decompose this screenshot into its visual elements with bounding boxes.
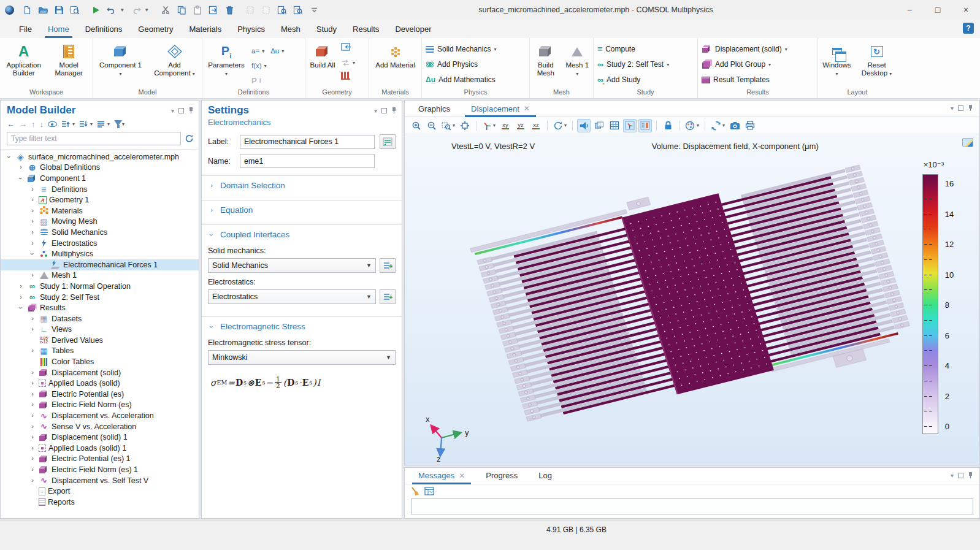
variables-button[interactable]: a=▾	[251, 44, 264, 58]
menu-mesh[interactable]: Mesh	[273, 20, 308, 38]
tree-item[interactable]: ›Applied Loads (solid) 1	[1, 443, 199, 454]
print-button[interactable]	[743, 119, 757, 132]
tree-expander-icon[interactable]: ›	[29, 185, 36, 193]
tree-item[interactable]: ›Component 1	[1, 173, 199, 184]
panel-pin-icon[interactable]	[391, 107, 397, 114]
tree-item[interactable]: Export	[1, 486, 199, 497]
component-1-button[interactable]: Component 1 ▾	[99, 42, 143, 78]
result-templates-button[interactable]: Result Templates	[702, 72, 770, 87]
tree-item[interactable]: ›Geometry 1	[1, 194, 199, 205]
panel-float-icon[interactable]	[958, 473, 963, 478]
tree-expander-icon[interactable]: ›	[17, 175, 25, 182]
tree-item[interactable]: ›Results	[1, 302, 199, 313]
section-domain-selection[interactable]: ›Domain Selection	[202, 176, 402, 195]
image-snapshot-button[interactable]	[728, 119, 741, 132]
show-grid-button[interactable]	[608, 119, 621, 132]
tree-expander-icon[interactable]: ›	[29, 390, 36, 397]
scene-light-button[interactable]	[577, 119, 591, 132]
tree-item[interactable]: ›Study 2: Self Test	[1, 292, 199, 303]
build-mesh-button[interactable]: Build Mesh	[534, 42, 558, 77]
panel-menu-icon[interactable]: ▾	[171, 107, 174, 114]
menu-developer[interactable]: Developer	[387, 20, 439, 38]
tree-expander-icon[interactable]: ›	[29, 379, 36, 386]
section-electromagnetic-stress[interactable]: ›Electromagnetic Stress	[202, 317, 402, 336]
tree-item[interactable]: ›Displacement vs. Acceleration	[1, 410, 199, 421]
zoom-out-button[interactable]	[425, 119, 438, 132]
parameters-button[interactable]: Pi Parameters▾	[206, 42, 247, 78]
functions-button[interactable]: f(x)▾	[251, 59, 284, 72]
tree-item[interactable]: ›Electric Potential (es) 1	[1, 454, 199, 465]
add-physics-button[interactable]: Add Physics	[426, 57, 478, 72]
plot-image-icon[interactable]	[962, 138, 973, 147]
tree-expander-icon[interactable]: ›	[17, 304, 25, 311]
panel-float-icon[interactable]	[381, 108, 387, 113]
rotate-view-button[interactable]: ▾	[552, 119, 568, 132]
panel-float-icon[interactable]	[958, 105, 963, 111]
application-builder-button[interactable]: A Application Builder	[4, 42, 44, 77]
tree-item[interactable]: ›Solid Mechanics	[1, 227, 199, 238]
tree-expander-icon[interactable]: ›	[29, 196, 36, 203]
lock-view-button[interactable]	[661, 119, 675, 132]
stress-tensor-dropdown[interactable]: Minkowski▼	[208, 350, 396, 365]
tree-expander-icon[interactable]: ›	[29, 369, 36, 376]
tree-item[interactable]: Color Tables	[1, 356, 199, 367]
tree-item[interactable]: ›Views	[1, 324, 199, 335]
tree-item[interactable]: ›Datasets	[1, 313, 199, 324]
tree-item[interactable]: ›Displacement (solid)	[1, 367, 199, 378]
refresh-filter-icon[interactable]	[185, 134, 194, 143]
menu-definitions[interactable]: Definitions	[77, 20, 131, 38]
zoom-box-button[interactable]: ▾	[440, 119, 456, 132]
help-button[interactable]: ?	[963, 23, 974, 34]
find-replace-button[interactable]	[291, 3, 305, 17]
windows-button[interactable]: Windows▾	[822, 42, 852, 78]
work-plane-button[interactable]	[341, 72, 350, 80]
tree-expander-icon[interactable]: ›	[29, 433, 36, 440]
tree-filter-input[interactable]	[7, 132, 181, 145]
menu-results[interactable]: Results	[345, 20, 387, 38]
plot-area[interactable]: VtestL=0 V, VtestR=2 V Volume: Displacem…	[405, 134, 979, 465]
menu-file[interactable]: File	[11, 20, 40, 38]
tree-item[interactable]: ›Definitions	[1, 184, 199, 195]
displacement-solid-select[interactable]: Displacement (solid) ▾	[702, 42, 787, 56]
tree-expander-icon[interactable]: ›	[29, 444, 36, 451]
tree-item[interactable]: Electromechanical Forces 1	[1, 259, 199, 270]
model-manager-button[interactable]: Model Manager	[49, 42, 90, 77]
tree-item[interactable]: ›surface_micromachined_accelerometer.mph	[1, 151, 199, 162]
show-axis-orientation-button[interactable]	[623, 119, 637, 132]
tree-expander-icon[interactable]: ›	[29, 207, 36, 214]
label-field-input[interactable]	[240, 135, 375, 149]
tab-progress[interactable]: Progress	[480, 468, 524, 484]
messages-content[interactable]	[411, 498, 973, 514]
save-button[interactable]	[52, 3, 66, 17]
collapse-all-icon[interactable]	[61, 120, 70, 128]
view-yz-button[interactable]: yz	[514, 119, 527, 132]
tree-expander-icon[interactable]: ›	[17, 282, 25, 289]
menu-geometry[interactable]: Geometry	[130, 20, 181, 38]
reset-desktop-button[interactable]: ↻ Reset Desktop ▾	[860, 42, 893, 78]
close-tab-icon[interactable]: ✕	[459, 472, 465, 480]
mesh-1-button[interactable]: Mesh 1 ▾	[565, 42, 590, 78]
duplicate-button[interactable]	[207, 3, 220, 17]
tree-item[interactable]: ›Global Definitions	[1, 162, 199, 174]
new-file-button[interactable]	[20, 3, 34, 17]
build-all-button[interactable]: Build All	[309, 42, 336, 69]
nonlocal-couplings-button[interactable]: Δu▾	[270, 44, 284, 58]
tree-item[interactable]: ›Electric Field Norm (es)	[1, 400, 199, 411]
tree-item[interactable]: Reports	[1, 497, 199, 508]
tree-expander-icon[interactable]: ›	[17, 163, 25, 170]
tree-item[interactable]: ›Moving Mesh	[1, 216, 199, 227]
tab-graphics[interactable]: Graphics	[412, 101, 456, 116]
transparency-button[interactable]	[592, 119, 606, 132]
delete-button[interactable]	[223, 3, 236, 17]
clear-messages-icon[interactable]	[411, 487, 419, 496]
add-material-button[interactable]: Add Material	[373, 42, 418, 69]
tree-item[interactable]: ›Multiphysics	[1, 248, 199, 259]
tree-expander-icon[interactable]: ›	[29, 315, 36, 322]
add-component-button[interactable]: Add Component ▾	[153, 42, 197, 78]
show-icon[interactable]	[48, 121, 57, 127]
redo-button[interactable]	[129, 3, 143, 17]
tree-expander-icon[interactable]: ›	[17, 293, 25, 300]
close-tab-icon[interactable]: ✕	[524, 104, 530, 113]
close-button[interactable]: ×	[952, 0, 980, 20]
tree-expander-icon[interactable]: ›	[29, 228, 36, 235]
